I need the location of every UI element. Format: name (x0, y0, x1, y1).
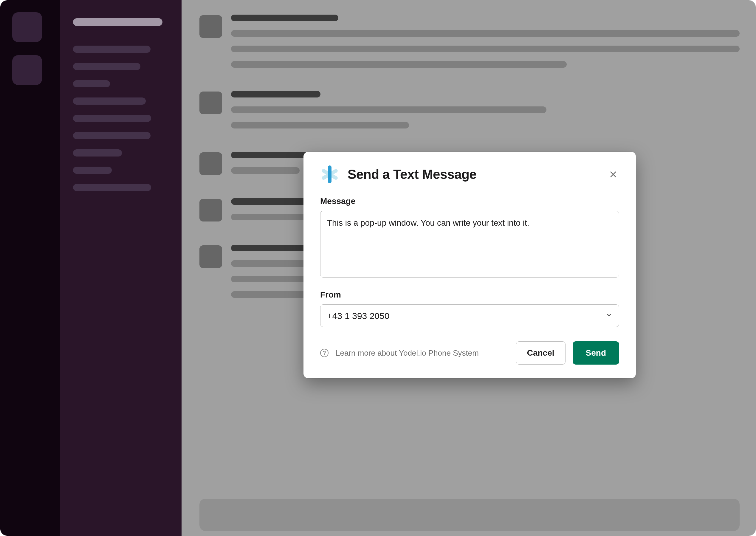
sidebar-item[interactable] (73, 46, 150, 53)
message-line (231, 46, 740, 52)
from-select[interactable]: +43 1 393 2050 (320, 304, 619, 327)
message-label: Message (320, 196, 619, 206)
message-body (231, 91, 740, 128)
sidebar-group (73, 46, 168, 191)
modal-title: Send a Text Message (347, 167, 599, 182)
sidebar-item[interactable] (73, 167, 112, 174)
message-row (199, 91, 740, 128)
message-line (231, 122, 409, 128)
message-line (231, 61, 567, 68)
svg-rect-2 (328, 165, 332, 183)
avatar (199, 199, 222, 221)
message-line (231, 30, 740, 37)
sidebar-item[interactable] (73, 80, 110, 87)
message-row (199, 15, 740, 68)
message-composer[interactable] (199, 499, 740, 531)
sidebar-item[interactable] (73, 97, 146, 105)
message-line (231, 106, 546, 113)
modal-footer: ? Learn more about Yodel.io Phone System… (320, 341, 619, 365)
message-author (231, 91, 320, 97)
sidebar-item[interactable] (73, 184, 151, 191)
workspace-item[interactable] (12, 55, 42, 85)
message-line (231, 167, 300, 174)
avatar (199, 91, 222, 114)
sidebar-item[interactable] (73, 150, 122, 156)
sidebar-item[interactable] (73, 115, 151, 122)
sidebar-item[interactable] (73, 132, 150, 139)
message-textarea[interactable] (320, 211, 619, 278)
help-icon: ? (320, 349, 329, 357)
close-icon (609, 170, 617, 179)
avatar (199, 15, 222, 38)
modal-header: Send a Text Message (320, 165, 619, 184)
sidebar (60, 0, 181, 536)
from-label: From (320, 290, 619, 300)
send-button[interactable]: Send (573, 341, 619, 365)
avatar (199, 152, 222, 175)
yodel-logo-icon (320, 165, 339, 184)
sidebar-item[interactable] (73, 63, 140, 70)
workspace-rail (0, 0, 60, 536)
avatar (199, 245, 222, 268)
learn-more-link[interactable]: Learn more about Yodel.io Phone System (336, 349, 479, 358)
cancel-button[interactable]: Cancel (516, 341, 566, 365)
message-author (231, 15, 338, 21)
sidebar-header[interactable] (73, 18, 162, 26)
send-text-modal: Send a Text Message Message From +43 1 3… (304, 152, 636, 378)
workspace-item[interactable] (12, 12, 42, 42)
app-window: Send a Text Message Message From +43 1 3… (0, 0, 756, 536)
message-body (231, 15, 740, 68)
close-button[interactable] (607, 168, 619, 180)
